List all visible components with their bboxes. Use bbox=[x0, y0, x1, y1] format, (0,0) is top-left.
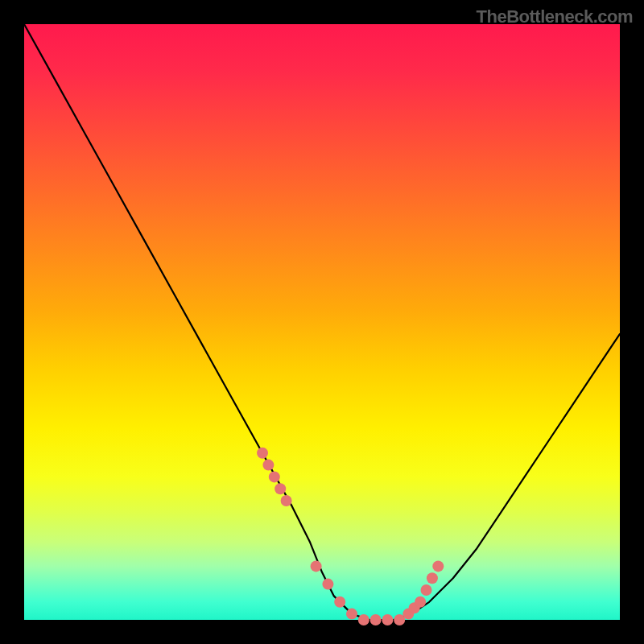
dot-marker bbox=[358, 614, 369, 625]
dot-marker bbox=[382, 614, 393, 625]
dot-markers bbox=[257, 448, 444, 625]
dot-marker bbox=[421, 584, 432, 596]
dot-marker bbox=[281, 495, 292, 506]
dot-marker bbox=[257, 448, 268, 459]
dot-marker bbox=[370, 614, 382, 625]
dot-marker bbox=[334, 597, 345, 608]
watermark-text: TheBottleneck.com bbox=[477, 6, 633, 27]
dot-marker bbox=[275, 483, 286, 494]
dot-marker bbox=[432, 560, 444, 572]
dot-marker bbox=[427, 572, 438, 584]
dot-marker bbox=[311, 560, 322, 572]
dot-marker bbox=[346, 609, 357, 620]
dot-marker bbox=[269, 471, 280, 482]
chart-container: TheBottleneck.com bbox=[0, 0, 644, 644]
dot-marker bbox=[262, 460, 274, 471]
bottleneck-curve bbox=[24, 24, 620, 620]
dot-marker bbox=[415, 597, 426, 608]
chart-svg bbox=[24, 24, 620, 620]
dot-marker bbox=[322, 579, 333, 590]
plot-area bbox=[24, 24, 620, 620]
